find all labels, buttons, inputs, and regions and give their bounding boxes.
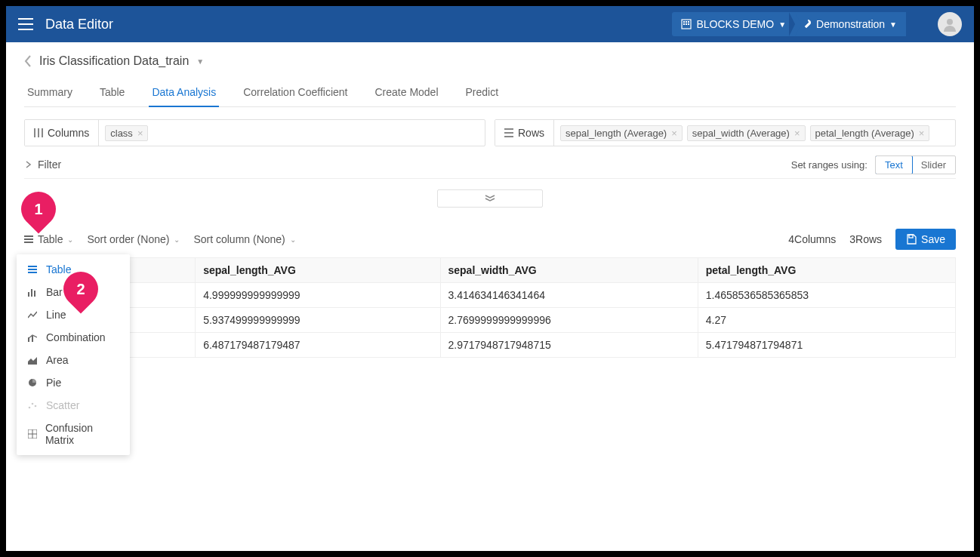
svg-point-28 — [35, 405, 37, 408]
svg-rect-3 — [688, 21, 689, 23]
sort-column-label: Sort column (None) — [193, 233, 285, 245]
chevron-down-icon: ⌄ — [290, 235, 296, 244]
table-row: Iris-virginica 6.487179487179487 2.97179… — [25, 333, 956, 358]
svg-rect-12 — [504, 132, 513, 134]
table-cell: 5.471794871794871 — [698, 333, 955, 358]
chip-petal-length[interactable]: petal_length (Average) × — [810, 125, 930, 141]
table-cell: 4.27 — [698, 308, 955, 333]
columns-icon — [34, 128, 43, 137]
ranges-option-text[interactable]: Text — [875, 155, 913, 174]
table-cell: 1.4658536585365853 — [698, 283, 955, 308]
rows-icon — [504, 128, 513, 137]
chevron-right-icon — [26, 161, 32, 168]
tab-create-model[interactable]: Create Model — [371, 80, 441, 106]
tab-summary[interactable]: Summary — [24, 80, 76, 106]
line-chart-icon — [28, 310, 39, 319]
svg-rect-22 — [34, 291, 35, 297]
back-icon[interactable] — [24, 55, 32, 67]
columns-config[interactable]: Columns class × — [24, 119, 485, 146]
svg-point-27 — [32, 403, 34, 405]
table-header[interactable]: sepal_width_AVG — [440, 258, 698, 283]
chevron-down-icon: ▼ — [889, 20, 897, 29]
svg-rect-19 — [28, 272, 37, 273]
columns-count: 4Columns — [788, 233, 836, 245]
breadcrumb: BLOCKS DEMO ▼ Demonstration ▼ — [672, 12, 906, 36]
svg-rect-1 — [683, 21, 685, 23]
pie-chart-icon — [28, 378, 39, 387]
chevron-down-icon[interactable]: ▼ — [196, 57, 204, 66]
menu-item-confusion-matrix[interactable]: Confusion Matrix — [17, 417, 129, 451]
app-title: Data Editor — [45, 17, 113, 32]
table-header[interactable]: petal_length_AVG — [698, 258, 955, 283]
table-icon — [28, 266, 39, 273]
table-header[interactable]: sepal_length_AVG — [196, 258, 440, 283]
tab-correlation-coefficient[interactable]: Correlation Coefficient — [240, 80, 350, 106]
tab-data-analysis[interactable]: Data Analysis — [149, 80, 219, 107]
close-icon[interactable]: × — [137, 128, 143, 139]
ranges-segmented: Text Slider — [875, 155, 956, 174]
table-cell: 6.487179487179487 — [196, 333, 440, 358]
breadcrumb-blocks-demo[interactable]: BLOCKS DEMO ▼ — [672, 12, 795, 36]
chevron-down-icon: ▼ — [778, 20, 786, 29]
chip-sepal-length[interactable]: sepal_length (Average) × — [560, 125, 683, 141]
content-area: Iris Classification Data_train ▼ Summary… — [6, 42, 974, 551]
menu-icon[interactable] — [18, 18, 33, 30]
tab-table[interactable]: Table — [97, 80, 128, 106]
menu-item-table[interactable]: Table — [17, 258, 129, 281]
menu-item-pie[interactable]: Pie — [17, 371, 129, 394]
breadcrumb-label: BLOCKS DEMO — [696, 18, 774, 30]
ranges-option-slider[interactable]: Slider — [912, 156, 955, 174]
chip-class[interactable]: class × — [105, 125, 148, 141]
svg-rect-18 — [28, 269, 37, 270]
table-row: Iris-versicolor 5.937499999999999 2.7699… — [25, 308, 956, 333]
svg-point-26 — [29, 407, 31, 409]
table-cell: 2.9717948717948715 — [440, 333, 698, 358]
rows-config[interactable]: Rows sepal_length (Average) × sepal_widt… — [495, 119, 956, 146]
table-cell: 2.7699999999999996 — [440, 308, 698, 333]
double-chevron-down-icon — [485, 195, 495, 202]
breadcrumb-demonstration[interactable]: Demonstration ▼ — [795, 12, 906, 36]
svg-rect-4 — [683, 23, 685, 25]
scatter-chart-icon — [28, 401, 39, 410]
menu-item-bar[interactable]: Bar — [17, 281, 129, 303]
menu-item-area[interactable]: Area — [17, 349, 129, 371]
grid-icon — [28, 429, 38, 439]
close-icon[interactable]: × — [671, 128, 677, 139]
combination-chart-icon — [28, 333, 39, 342]
sort-column-dropdown[interactable]: Sort column (None) ⌄ — [193, 233, 295, 245]
table-cell: 4.999999999999999 — [196, 283, 440, 308]
table-header-row: class sepal_length_AVG sepal_width_AVG p… — [25, 258, 956, 283]
tab-predict[interactable]: Predict — [463, 80, 502, 106]
svg-rect-17 — [28, 266, 37, 267]
area-chart-icon — [28, 355, 39, 365]
top-bar: Data Editor BLOCKS DEMO ▼ Demonstration … — [6, 6, 974, 42]
view-type-dropdown[interactable]: Table ⌄ Table Bar Line — [24, 233, 73, 245]
svg-rect-5 — [686, 23, 687, 25]
svg-rect-20 — [28, 292, 29, 297]
tabs: Summary Table Data Analysis Correlation … — [24, 80, 956, 107]
chip-sepal-width[interactable]: sepal_width (Average) × — [687, 125, 806, 141]
table-cell: 3.414634146341464 — [440, 283, 698, 308]
view-type-label: Table — [38, 233, 63, 245]
menu-item-combination[interactable]: Combination — [17, 326, 129, 349]
filter-toggle[interactable]: Filter — [24, 154, 63, 175]
collapse-handle[interactable] — [437, 189, 543, 208]
svg-rect-8 — [34, 128, 35, 137]
close-icon[interactable]: × — [794, 128, 800, 139]
menu-item-line[interactable]: Line — [17, 303, 129, 326]
svg-rect-32 — [909, 235, 913, 238]
table-row: Iris-setosa 4.999999999999999 3.41463414… — [25, 283, 956, 308]
save-button[interactable]: Save — [895, 229, 956, 250]
sort-order-dropdown[interactable]: Sort order (None) ⌄ — [87, 233, 180, 245]
avatar[interactable] — [938, 12, 962, 36]
menu-item-scatter: Scatter — [17, 394, 129, 417]
svg-rect-6 — [688, 23, 689, 25]
close-icon[interactable]: × — [919, 128, 925, 139]
view-type-menu: Table Bar Line Combination — [17, 254, 130, 455]
svg-rect-9 — [38, 128, 39, 137]
rows-label: Rows — [518, 127, 544, 139]
page-title: Iris Classification Data_train — [39, 54, 189, 68]
wrench-icon — [801, 19, 812, 29]
chevron-down-icon: ⌄ — [67, 235, 73, 244]
sort-order-label: Sort order (None) — [87, 233, 169, 245]
